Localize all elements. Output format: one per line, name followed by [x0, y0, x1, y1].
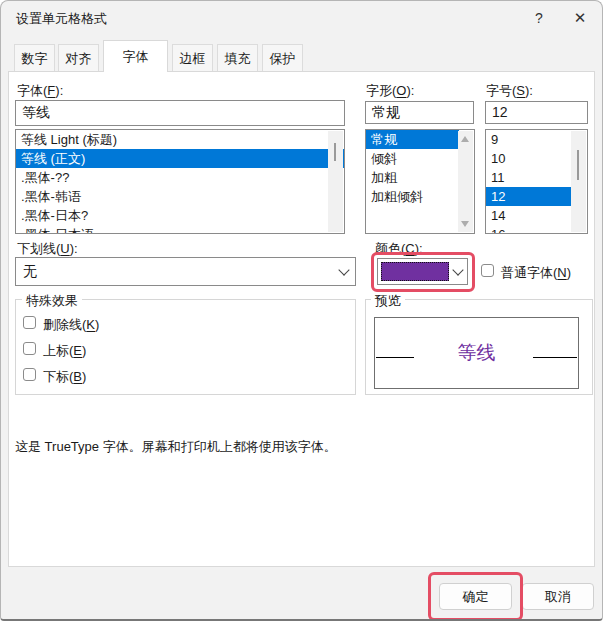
- label-text: ): [95, 317, 99, 332]
- font-description: 这是 TrueType 字体。屏幕和打印机上都将使用该字体。: [15, 438, 581, 456]
- tab-fill[interactable]: 填充: [217, 44, 258, 71]
- label-text: ): [82, 369, 86, 384]
- access-key: C: [405, 241, 414, 256]
- access-key: O: [396, 83, 406, 98]
- scrollbar-thumb[interactable]: [334, 143, 336, 161]
- size-list-item-selected[interactable]: 12: [486, 187, 572, 206]
- font-list-scrollbar[interactable]: [328, 131, 343, 232]
- chevron-down-icon[interactable]: [333, 258, 355, 285]
- underline-label: 下划线(U):: [17, 240, 78, 258]
- label-text: 普通字体(: [501, 265, 557, 280]
- preview-group-title: 预览: [371, 292, 405, 310]
- chevron-down-icon[interactable]: [449, 259, 467, 284]
- access-key: U: [60, 241, 69, 256]
- strikethrough-label: 删除线(K): [43, 316, 99, 334]
- font-size-list: 9 10 11 12 14 16: [485, 129, 588, 234]
- normal-font-checkbox[interactable]: [481, 264, 494, 277]
- superscript-label: 上标(E): [43, 342, 86, 360]
- help-icon[interactable]: ?: [527, 7, 551, 29]
- format-cells-dialog: 设置单元格格式 ? ✕ 数字 对齐 字体 边框 填充 保护 字体(F): 等线 …: [0, 0, 603, 621]
- strikethrough-checkbox[interactable]: [23, 316, 36, 329]
- font-list: 等线 Light (标题) 等线 (正文) .黑体-?? .黑体-韩语 .黑体-…: [15, 129, 345, 234]
- scroll-up-icon[interactable]: [461, 136, 469, 142]
- font-name-input[interactable]: 等线: [15, 100, 345, 126]
- superscript-checkbox[interactable]: [23, 342, 36, 355]
- font-list-item[interactable]: .黑体-日本?: [16, 206, 344, 225]
- font-size-label: 字号(S):: [486, 82, 533, 100]
- preview-sample-text: 等线: [458, 340, 496, 366]
- tab-border[interactable]: 边框: [172, 44, 213, 71]
- font-list-item[interactable]: .黑体-??: [16, 168, 344, 187]
- style-list-item-selected[interactable]: 常规: [366, 130, 459, 149]
- access-key: K: [86, 317, 95, 332]
- tab-alignment[interactable]: 对齐: [58, 44, 99, 71]
- font-list-item[interactable]: 等线 Light (标题): [16, 130, 344, 149]
- close-icon[interactable]: ✕: [568, 7, 592, 29]
- preview-baseline-left: [376, 357, 414, 358]
- access-key: N: [557, 265, 566, 280]
- normal-font-label: 普通字体(N): [501, 264, 571, 282]
- access-key: S: [516, 83, 525, 98]
- scroll-down-icon[interactable]: [461, 221, 469, 227]
- label-text: ): [82, 343, 86, 358]
- tab-number[interactable]: 数字: [14, 44, 55, 71]
- underline-value: 无: [16, 263, 333, 281]
- font-size-input[interactable]: 12: [485, 101, 588, 124]
- font-label: 字体(F):: [17, 82, 63, 100]
- scrollbar-thumb[interactable]: [577, 150, 579, 180]
- label-text: ):: [406, 83, 414, 98]
- color-label: 颜色(C):: [375, 240, 423, 258]
- label-text: 下划线(: [17, 241, 60, 256]
- color-dropdown[interactable]: [377, 258, 468, 285]
- label-text: ):: [525, 83, 533, 98]
- label-text: 字号(: [486, 83, 516, 98]
- size-list-scrollbar[interactable]: [571, 131, 586, 232]
- dialog-title: 设置单元格格式: [16, 10, 107, 28]
- label-text: 字形(: [366, 83, 396, 98]
- preview-baseline-right: [533, 357, 577, 358]
- tab-protection[interactable]: 保护: [262, 44, 303, 71]
- subscript-label: 下标(B): [43, 368, 86, 386]
- cancel-button[interactable]: 取消: [522, 583, 594, 610]
- color-swatch: [381, 262, 449, 281]
- label-text: 字体(: [17, 83, 47, 98]
- label-text: 上标(: [43, 343, 73, 358]
- ok-button[interactable]: 确定: [439, 583, 512, 610]
- label-text: ):: [70, 241, 78, 256]
- effects-group-title: 特殊效果: [22, 292, 82, 310]
- label-text: 颜色(: [375, 241, 405, 256]
- font-style-list: 常规 倾斜 加粗 加粗倾斜: [365, 129, 475, 234]
- style-list-scrollbar[interactable]: [458, 131, 473, 232]
- font-list-item[interactable]: .黑体-韩语: [16, 187, 344, 206]
- font-list-item-selected[interactable]: 等线 (正文): [16, 149, 344, 168]
- tab-font[interactable]: 字体: [103, 40, 168, 72]
- font-style-label: 字形(O):: [366, 82, 414, 100]
- access-key: B: [73, 369, 82, 384]
- font-style-input[interactable]: 常规: [365, 101, 474, 124]
- subscript-checkbox[interactable]: [23, 368, 36, 381]
- label-text: 下标(: [43, 369, 73, 384]
- label-text: ): [567, 265, 571, 280]
- font-list-item[interactable]: .黑体-日本语: [16, 225, 344, 234]
- preview-box: 等线: [374, 317, 579, 389]
- access-key: E: [73, 343, 82, 358]
- underline-dropdown[interactable]: 无: [15, 257, 356, 286]
- label-text: ):: [55, 83, 63, 98]
- label-text: 删除线(: [43, 317, 86, 332]
- label-text: ):: [415, 241, 423, 256]
